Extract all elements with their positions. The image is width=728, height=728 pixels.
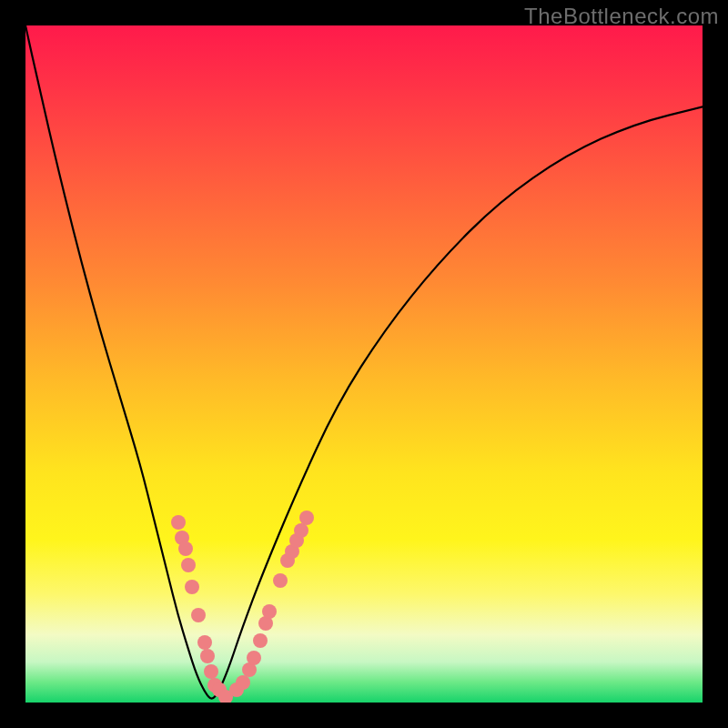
watermark-text: TheBottleneck.com xyxy=(524,4,719,29)
data-marker xyxy=(236,675,250,690)
data-marker xyxy=(171,515,186,530)
data-marker xyxy=(262,604,277,619)
data-marker xyxy=(181,558,196,572)
data-marker xyxy=(204,664,218,679)
data-marker xyxy=(200,649,215,663)
data-marker xyxy=(253,633,268,648)
data-marker xyxy=(273,573,288,588)
data-marker xyxy=(299,511,314,525)
data-marker xyxy=(178,541,193,556)
data-marker xyxy=(294,523,308,538)
data-marker xyxy=(185,580,199,594)
chart-plot-area xyxy=(25,25,703,703)
marker-group xyxy=(171,511,314,703)
data-marker xyxy=(191,608,206,622)
chart-svg xyxy=(25,25,703,703)
data-marker xyxy=(197,635,212,650)
data-marker xyxy=(247,651,261,665)
bottleneck-curve xyxy=(25,25,703,699)
